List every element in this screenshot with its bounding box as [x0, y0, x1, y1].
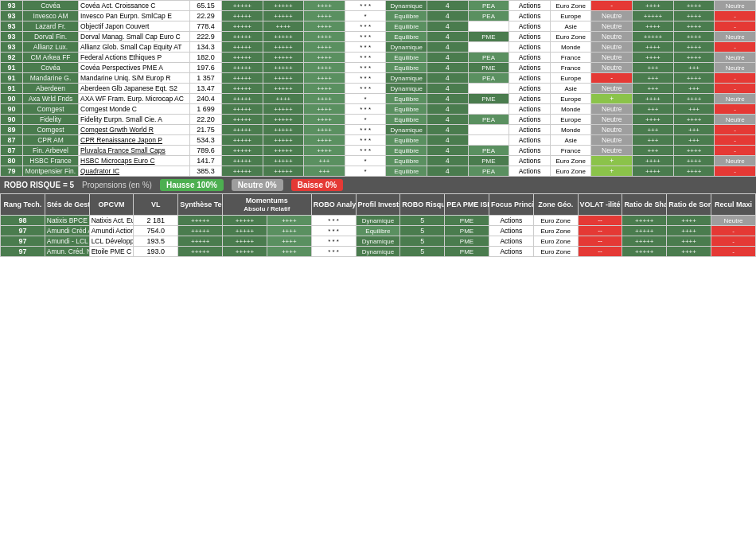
robo-cell: 4 [427, 53, 469, 63]
robo-cell: 4 [427, 32, 469, 42]
mom-rel-cell: ++++ [304, 115, 345, 125]
pea-cell: PEA [468, 53, 509, 63]
recul-cell: - [711, 236, 756, 247]
stars-cell: * [345, 115, 386, 125]
recul-cell: Neutre [715, 115, 756, 125]
focus-cell: Actions [509, 104, 551, 115]
fund-cell[interactable]: Quadrator IC [79, 166, 190, 177]
sharpe-cell: +++ [633, 125, 674, 135]
profil-cell: Dynamique [386, 84, 427, 94]
mom-rel-cell: ++++ [304, 104, 345, 115]
fund-cell: Objectif Japon Couvert [79, 21, 190, 32]
synth-cell: +++++ [178, 236, 223, 247]
volat-cell: Neutre [591, 11, 633, 21]
fund-cell[interactable]: Comgest Grwth World R [79, 125, 190, 135]
vl-cell: 778.4 [190, 21, 222, 32]
mom-abs-cell: +++++ [263, 156, 304, 166]
score-cell: 98 [1, 216, 45, 226]
manager-cell: Covéa [23, 63, 79, 73]
robo-cell: 4 [427, 125, 469, 135]
pea-cell [468, 135, 509, 146]
synth-cell: +++++ [222, 84, 263, 94]
robo-cell: 4 [427, 115, 469, 125]
stars-cell: * * * [345, 125, 386, 135]
manager-cell: Covéa [23, 1, 79, 11]
focus-cell: Actions [509, 32, 551, 42]
focus-cell: Actions [509, 1, 551, 11]
synth-cell: +++++ [178, 216, 223, 226]
recul-cell: - [715, 146, 756, 156]
volat-cell: Neutre [591, 84, 633, 94]
sharpe-cell: ++++ [633, 166, 674, 177]
pea-cell: PME [445, 236, 489, 247]
pea-cell: PME [468, 156, 509, 166]
sortino-cell: ++++ [673, 32, 715, 42]
stars-cell: * * * [345, 146, 386, 156]
zone-cell: Europe [550, 115, 591, 125]
focus-cell: Actions [509, 73, 551, 84]
vl-cell: 193.0 [134, 247, 178, 257]
stars-cell: * [345, 166, 386, 177]
synth-cell: +++++ [222, 21, 263, 32]
recul-cell: - [715, 166, 756, 177]
zone-cell: Europe [550, 11, 591, 21]
recul-cell: Neutre [715, 32, 756, 42]
focus-cell: Actions [489, 236, 533, 247]
pea-cell: PME [445, 216, 489, 226]
recul-cell: Neutre [715, 1, 756, 11]
focus-cell: Actions [509, 84, 551, 94]
header-vl: VL [134, 194, 178, 216]
fund-cell[interactable]: CPR Renaissance Japon P [79, 135, 190, 146]
manager-cell: Montpensier Fin. [23, 166, 79, 177]
zone-cell: Asie [550, 21, 591, 32]
mom-abs-cell: +++++ [263, 63, 304, 73]
header-sharpe: Ratio de Sharpe [622, 194, 667, 216]
header-rang: Rang Tech. [1, 194, 45, 216]
fund-cell[interactable]: HSBC Microcaps Euro C [79, 156, 190, 166]
manager-cell: Natixis BPCE [45, 216, 89, 226]
sharpe-cell: ++++ [633, 53, 674, 63]
header-sortino: Ratio de Sortino [667, 194, 711, 216]
profil-cell: Dynamique [356, 236, 400, 247]
sharpe-cell: +++ [633, 63, 674, 73]
profil-cell: Equilibre [386, 94, 427, 104]
manager-cell: Aberdeen [23, 84, 79, 94]
robo-cell: 4 [427, 42, 469, 53]
fund-cell[interactable]: Pluvalca France Small Caps [79, 146, 190, 156]
recul-cell: - [715, 21, 756, 32]
sortino-cell: +++ [673, 135, 715, 146]
fund-cell: Allianz Glob. Small Cap Equity AT [79, 42, 190, 53]
sortino-cell: ++++ [673, 42, 715, 53]
focus-cell: Actions [509, 115, 551, 125]
recul-cell: Neutre [711, 216, 756, 226]
fund-cell: Amundi Actions PME C [89, 226, 134, 236]
vl-cell: 141.7 [190, 156, 222, 166]
synth-cell: +++++ [178, 226, 223, 236]
pea-cell [468, 84, 509, 94]
manager-cell: Comgest [23, 125, 79, 135]
sharpe-cell: +++ [633, 84, 674, 94]
header-pea: PEA PME ISR [445, 194, 489, 216]
fund-cell: Invesco Pan Eurpn. SmlCap E [79, 11, 190, 21]
score-cell: 90 [1, 94, 23, 104]
sortino-cell: ++++ [673, 115, 715, 125]
manager-cell: Dorval Fin. [23, 32, 79, 42]
header-robo-risque: ROBO Risque [400, 194, 445, 216]
focus-cell: Actions [489, 226, 533, 236]
mom-abs-cell: +++++ [263, 42, 304, 53]
zone-cell: Euro Zone [550, 156, 591, 166]
score-cell: 91 [1, 63, 23, 73]
fund-cell: Comgest Monde C [79, 104, 190, 115]
robo-cell: 4 [427, 94, 469, 104]
header-fund: OPCVM [89, 194, 134, 216]
mom-rel-cell: ++++ [304, 125, 345, 135]
robo-cell: 4 [427, 84, 469, 94]
volat-cell: Neutre [591, 115, 633, 125]
score-cell: 90 [1, 104, 23, 115]
sortino-cell: +++ [673, 84, 715, 94]
vl-cell: 197.6 [190, 63, 222, 73]
robo-cell: 4 [427, 73, 469, 84]
sortino-cell: ++++ [673, 53, 715, 63]
synth-cell: +++++ [222, 32, 263, 42]
manager-cell: HSBC France [23, 156, 79, 166]
